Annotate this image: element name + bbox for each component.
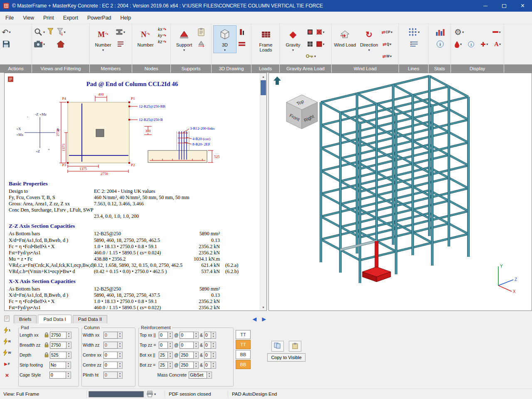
prev-member-arrow[interactable]: ◀ — [252, 316, 256, 322]
tab-pad-data-2[interactable]: Pad Data II — [73, 315, 108, 323]
rebar-view-button-bb-3[interactable]: BB — [236, 360, 251, 369]
screenshot-button[interactable]: +▾ — [34, 39, 45, 49]
member-lines-button[interactable] — [116, 39, 125, 49]
minimize-button[interactable] — [476, 0, 495, 12]
spinner[interactable]: ▲▼ — [168, 342, 173, 349]
tab-briefs[interactable]: Briefs — [14, 315, 37, 323]
spinner[interactable]: ▲▼ — [66, 342, 71, 349]
scrollbar-thumb[interactable] — [261, 80, 266, 95]
spinner[interactable]: ▲▼ — [211, 342, 216, 349]
next-member-arrow[interactable]: ▶ — [262, 316, 266, 322]
tab-pad-data-1[interactable]: Pad Data I — [38, 315, 71, 323]
display-add-button[interactable]: ▾ — [480, 39, 489, 49]
pad-breadth-zz-input[interactable] — [50, 342, 66, 349]
run-full-button[interactable]: ▶F — [2, 360, 12, 368]
reinf-bot-xx-dia-input[interactable] — [159, 352, 168, 359]
3d-view-button[interactable]: 3D ▾ — [213, 25, 236, 53]
support-button[interactable]: Support ▾ — [172, 25, 196, 53]
dimension-lines-button[interactable] — [409, 39, 419, 49]
spinner[interactable]: ▲▼ — [194, 342, 199, 349]
rebar-view-button-bb-2[interactable]: BB — [236, 350, 251, 359]
spinner[interactable]: ▲▼ — [168, 352, 173, 359]
support-settlement-button[interactable] — [197, 39, 206, 49]
area-load-one-way-button[interactable] — [305, 27, 315, 37]
menu-file[interactable]: File — [1, 12, 18, 24]
wind-w-button[interactable]: ⇄W▾ — [382, 51, 392, 62]
spring-kx-button[interactable]: kx↷ — [158, 27, 166, 32]
autodesign-1-button[interactable]: 1 — [2, 326, 12, 334]
menu-view[interactable]: View — [18, 12, 39, 24]
spinner[interactable]: ▲▼ — [118, 332, 123, 339]
reinf-bot-zz-dia-input[interactable] — [159, 362, 168, 369]
scroll-down-button[interactable]: ▼ — [260, 304, 266, 310]
column-centre-zz-input[interactable] — [103, 362, 118, 369]
area-load-two-way-button[interactable]: ▾ — [316, 27, 325, 37]
spinner[interactable]: ▲▼ — [66, 372, 71, 379]
column-centre-xx-input[interactable] — [103, 352, 118, 359]
wind-load-button[interactable]: Wind Load — [333, 25, 357, 48]
filter-button[interactable] — [46, 27, 55, 37]
member-section-button[interactable]: ▾ — [116, 27, 125, 37]
wind-direction-button[interactable]: ↻ Direction ▾ — [357, 25, 381, 53]
member-number-button[interactable]: M↷ Number ▾ — [91, 25, 115, 53]
reinf-top-xx-spacing-input[interactable] — [180, 332, 194, 339]
home-view-button[interactable] — [272, 76, 282, 86]
spinner[interactable]: ▲▼ — [194, 362, 199, 369]
reinf-bot-zz-extra-input[interactable] — [204, 362, 211, 369]
spinner[interactable]: ▲▼ — [118, 352, 123, 359]
scroll-up-button[interactable]: ▲ — [260, 73, 266, 80]
area-load-mesh-button[interactable] — [305, 39, 315, 49]
render-sections-button[interactable] — [237, 39, 246, 49]
copy-to-visible-button[interactable]: Copy to Visible — [267, 353, 305, 362]
report-scrollbar[interactable]: ▲ ▼ — [260, 73, 266, 310]
spinner[interactable]: ▲▼ — [194, 332, 199, 339]
spinner[interactable]: ▲▼ — [194, 352, 199, 359]
reinf-top-xx-dia-input[interactable] — [159, 332, 168, 339]
stats-chart-button[interactable] — [436, 27, 445, 37]
wind-cp-button[interactable]: ⇄CP▾ — [382, 27, 392, 37]
paste-button[interactable] — [289, 341, 301, 352]
menu-print[interactable]: Print — [39, 12, 59, 24]
view-cube[interactable]: Top Front Right — [283, 89, 325, 135]
print-status-button[interactable]: ▾ — [146, 391, 156, 397]
home-view-ribbon-button[interactable] — [56, 39, 65, 49]
spinner[interactable]: ▲▼ — [168, 332, 173, 339]
spinner[interactable]: ▲▼ — [118, 342, 123, 349]
wind-q-button[interactable]: ⇄Q▾ — [382, 39, 392, 49]
reinf-top-zz-dia-input[interactable] — [159, 342, 168, 349]
spinner[interactable]: ▲▼ — [211, 352, 216, 359]
maximize-button[interactable] — [495, 0, 513, 12]
spinner[interactable]: ▲▼ — [66, 352, 71, 359]
display-colour-button[interactable]: ▾ — [453, 39, 463, 49]
reinf-bot-xx-extra-input[interactable] — [204, 352, 211, 359]
display-info-button[interactable]: i — [467, 39, 476, 49]
load-key-button[interactable]: ▾ — [305, 51, 316, 62]
undo-button[interactable]: ↶▾ — [2, 27, 11, 37]
report-panel-icon[interactable] — [4, 315, 10, 322]
copy-button[interactable] — [271, 341, 284, 352]
autodesign-w-button[interactable]: W — [2, 348, 12, 357]
support-pad-button[interactable] — [197, 27, 206, 37]
reinf-top-zz-extra-input[interactable] — [204, 342, 211, 349]
spinner[interactable]: ▲▼ — [207, 372, 212, 379]
rebar-view-button-tt-0[interactable]: TT — [236, 330, 251, 339]
close-button[interactable]: × — [513, 0, 532, 12]
spring-ky-button[interactable]: ky↷ — [158, 33, 166, 38]
column-width-zz-input[interactable] — [103, 342, 118, 349]
display-remove-button[interactable]: ▾ — [492, 27, 501, 37]
pad-strip-footing-input[interactable] — [49, 362, 66, 369]
spring-kz-button[interactable]: kz↷ — [158, 39, 166, 44]
render-members-button[interactable] — [237, 27, 246, 37]
column-width-xx-input[interactable] — [103, 332, 118, 339]
area-load-solid-button[interactable]: ▾ — [316, 39, 325, 49]
save-button[interactable] — [2, 39, 11, 49]
reinf-top-xx-extra-input[interactable] — [204, 332, 211, 339]
spinner[interactable]: ▲▼ — [66, 362, 71, 369]
spinner[interactable]: ▲▼ — [168, 362, 173, 369]
delete-pad-button[interactable]: × — [2, 371, 12, 379]
viewport-3d[interactable]: Top Front Right Y Z X — [268, 73, 532, 311]
autodesign-r-button[interactable]: R — [2, 337, 12, 345]
gravity-button[interactable]: ◆ Gravity ▾ — [281, 25, 305, 53]
mass-concrete-input[interactable] — [189, 372, 207, 379]
display-text-button[interactable]: A▾ — [493, 39, 502, 49]
